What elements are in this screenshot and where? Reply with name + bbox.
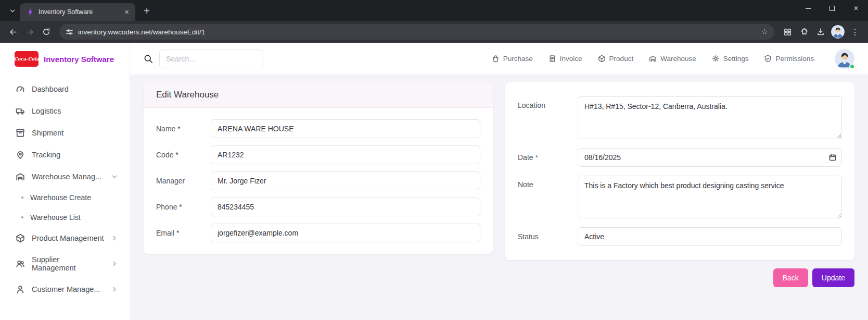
name-field[interactable] [211,119,480,138]
form-row-name: Name * [156,119,480,138]
page-title: Edit Warehouse [144,82,493,108]
form-actions: Back Update [144,268,854,287]
forward-button[interactable] [22,24,37,40]
user-avatar[interactable] [835,49,854,69]
window-controls: ✕ [796,0,868,17]
nav-link-label: Settings [723,55,749,63]
url-text[interactable]: inventory.wwcoders.net/warehouseEdit/1 [78,28,757,36]
logo-text: Coca-Cola [14,56,39,61]
reload-button[interactable] [39,24,54,40]
window-close-button[interactable]: ✕ [844,0,868,17]
search-input[interactable] [159,50,263,68]
status-field[interactable] [578,227,842,246]
sidebar-subitem-label: Warehouse Create [30,193,91,202]
note-field[interactable]: This is a Factory which best product des… [578,176,842,218]
users-icon [16,259,25,268]
coca-cola-logo: Coca-Cola [15,51,39,67]
warehouse-icon [649,55,657,63]
bookmark-star-icon[interactable]: ☆ [761,27,768,36]
sidebar-item-product-management[interactable]: Product Management [0,227,130,249]
bullet-icon [21,216,23,218]
browser-tab[interactable]: Inventory Software ✕ [20,3,135,21]
nav-link-purchase[interactable]: Purchase [492,55,533,63]
new-tab-button[interactable]: + [139,4,154,18]
form-row-note: Note This is a Factory which best produc… [518,176,842,218]
address-bar[interactable]: inventory.wwcoders.net/warehouseEdit/1 ☆ [59,24,774,40]
status-label: Status [518,232,578,241]
truck-icon [16,106,25,116]
nav-link-settings[interactable]: Settings [712,55,749,63]
back-button[interactable]: Back [773,268,808,287]
sidebar-item-shipment[interactable]: Shipment [0,122,130,144]
form-row-manager: Manager [156,171,480,190]
date-label: Date * [518,153,578,162]
tab-close-button[interactable]: ✕ [122,8,131,17]
extensions-button[interactable] [796,24,812,40]
package-icon [16,128,25,138]
sidebar-menu: Dashboard Logistics Shipment Tracking Wa [0,74,130,300]
grid-icon [784,28,792,36]
nav-link-label: Product [609,55,634,63]
browser-profile-avatar[interactable] [831,25,845,39]
invoice-icon [548,55,556,63]
chevron-right-icon [111,235,118,242]
search-icon[interactable] [144,54,153,64]
nav-link-invoice[interactable]: Invoice [548,55,582,63]
nav-link-warehouse[interactable]: Warehouse [649,55,696,63]
window-maximize-button[interactable] [820,0,844,17]
nav-link-permissions[interactable]: Permissions [764,55,814,63]
sidebar-item-warehouse-management[interactable]: Warehouse Manag... [0,166,130,188]
tab-search-button[interactable] [5,4,20,18]
window-minimize-button[interactable] [796,0,820,17]
sidebar-item-label: Warehouse Manag... [32,173,101,181]
code-field[interactable] [211,145,480,164]
chevron-down-icon [111,173,118,180]
main-area: Purchase Invoice Product Warehouse [130,43,868,320]
gear-icon [712,55,720,63]
update-button[interactable]: Update [812,268,854,287]
download-icon [816,28,825,36]
email-field[interactable] [211,224,480,242]
sidebar-item-supplier-management[interactable]: Supplier Management [0,249,130,278]
brand[interactable]: Coca-Cola Inventory Software [0,43,130,74]
sidebar-subitem-warehouse-list[interactable]: Warehouse List [0,207,130,227]
sidebar-item-dashboard[interactable]: Dashboard [0,78,130,100]
reload-icon [42,28,50,36]
app-name: Inventory Software [44,55,114,64]
gauge-icon [16,84,25,94]
phone-label: Phone * [156,203,211,211]
manager-field[interactable] [211,171,480,190]
site-info-icon[interactable] [66,28,73,36]
cube-icon [16,233,25,243]
nav-link-product[interactable]: Product [598,55,634,63]
site-favicon-icon [26,8,34,16]
date-field[interactable] [578,148,842,167]
back-arrow-icon [9,28,18,36]
top-nav-links: Purchase Invoice Product Warehouse [492,55,814,63]
minimize-icon [806,8,811,9]
email-label: Email * [156,229,211,237]
maximize-icon [829,6,835,11]
browser-grid-button[interactable] [780,24,795,40]
sidebar-subitem-warehouse-create[interactable]: Warehouse Create [0,188,130,207]
browser-toolbar: inventory.wwcoders.net/warehouseEdit/1 ☆… [0,21,868,43]
chevron-right-icon [111,260,118,267]
top-navbar: Purchase Invoice Product Warehouse [130,43,868,75]
phone-field[interactable] [211,198,480,216]
nav-link-label: Warehouse [660,55,696,63]
sidebar-item-tracking[interactable]: Tracking [0,144,130,166]
nav-link-label: Permissions [775,55,814,63]
browser-menu-button[interactable]: ⋮ [847,24,863,40]
sidebar-item-customer-management[interactable]: Customer Manage... [0,278,130,300]
tab-title: Inventory Software [39,8,118,16]
location-field[interactable]: H#13, R#15, Sector-12, Canberra, Austral… [578,96,842,139]
sidebar-item-label: Customer Manage... [32,285,100,293]
downloads-button[interactable] [813,24,828,40]
sidebar-item-logistics[interactable]: Logistics [0,100,130,122]
sidebar-item-label: Dashboard [32,85,69,93]
back-button[interactable] [5,24,21,40]
location-label: Location [518,96,578,109]
warehouse-icon [16,172,25,181]
shopping-bag-icon [492,55,500,63]
code-label: Code * [156,151,211,159]
